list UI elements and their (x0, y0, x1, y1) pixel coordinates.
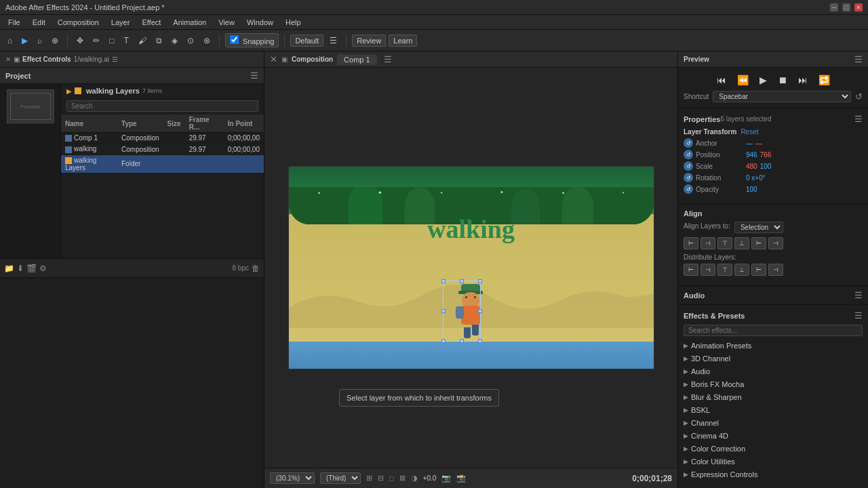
effect-group-cinema4d[interactable]: ▶ Cinema 4D (684, 430, 863, 441)
rotation-value[interactable]: 0 x+0° (746, 174, 766, 182)
effect-group-bskl[interactable]: ▶ BSKL (684, 405, 863, 415)
menu-composition[interactable]: Composition (52, 17, 104, 28)
align-bottom-btn[interactable]: ⊣ (768, 237, 783, 249)
comp-tab[interactable]: Comp 1 (337, 54, 377, 65)
dist-center-btn[interactable]: ⊣ (701, 264, 715, 276)
anchor-x-value[interactable]: — (746, 140, 753, 147)
zoom-tool[interactable]: ⊕ (48, 34, 62, 47)
stop-btn[interactable]: ⏹ (775, 73, 790, 87)
dist-top-btn[interactable]: ⊥ (734, 264, 749, 276)
align-center-h-btn[interactable]: ⊣ (701, 237, 715, 249)
scale-y-value[interactable]: 100 (760, 163, 772, 170)
align-right-btn[interactable]: ⊤ (717, 237, 732, 249)
opacity-value[interactable]: 100 (746, 186, 757, 193)
roto-tool[interactable]: ⊙ (184, 34, 197, 47)
go-to-end-btn[interactable]: ⏭ (795, 73, 810, 87)
select-tool[interactable]: ▶ (18, 34, 31, 47)
menu-animation[interactable]: Animation (167, 17, 212, 28)
scale-cycle-icon[interactable]: ↺ (684, 161, 693, 171)
menu-edit[interactable]: Edit (27, 17, 51, 28)
brush-tool[interactable]: 🖌 (135, 34, 150, 47)
project-new-folder[interactable]: 📁 (4, 264, 14, 273)
project-search-input[interactable] (66, 100, 258, 112)
view-channels-btn[interactable]: □ (389, 474, 394, 483)
anchor-y-value[interactable]: — (755, 140, 762, 147)
project-import[interactable]: ⬇ (17, 264, 24, 273)
view-select[interactable]: (Third) (320, 472, 361, 484)
effect-group-blur[interactable]: ▶ Blur & Sharpen (684, 392, 863, 403)
project-settings[interactable]: ⚙ (39, 264, 47, 273)
exposure-btn[interactable]: ◑ (411, 474, 418, 483)
dist-bottom-btn[interactable]: ⊣ (768, 264, 783, 276)
shape-tool[interactable]: □ (106, 34, 117, 47)
project-item-walking[interactable]: walking Composition29.970;00;00,00 (61, 144, 264, 155)
puppet-tool[interactable]: ⊛ (200, 34, 214, 47)
minimize-button[interactable]: ─ (830, 3, 838, 12)
anchor-cycle-icon[interactable]: ↺ (684, 138, 693, 148)
project-delete[interactable]: 🗑 (252, 264, 260, 273)
dist-right-btn[interactable]: ⊤ (717, 264, 732, 276)
close-button[interactable]: ✕ (854, 3, 863, 12)
align-left-btn[interactable]: ⊢ (684, 237, 698, 249)
menu-layer[interactable]: Layer (106, 17, 136, 28)
snapping-toggle[interactable]: Snapping (225, 33, 279, 47)
text-tool[interactable]: T (121, 34, 132, 47)
dist-mid-btn[interactable]: ⊢ (751, 264, 766, 276)
effect-group-boris[interactable]: ▶ Boris FX Mocha (684, 379, 863, 390)
rotation-cycle-icon[interactable]: ↺ (684, 173, 693, 182)
alpha-btn[interactable]: ⊠ (399, 474, 406, 483)
menu-effect[interactable]: Effect (136, 17, 166, 28)
snapping-checkbox[interactable] (230, 35, 239, 44)
properties-menu[interactable]: ☰ (854, 114, 863, 124)
eraser-tool[interactable]: ◈ (168, 34, 181, 47)
home-tool[interactable]: ⌂ (4, 34, 16, 47)
shortcut-select[interactable]: Spacebar (713, 91, 851, 102)
clone-tool[interactable]: ⧉ (153, 34, 165, 47)
dist-left-btn[interactable]: ⊢ (684, 264, 698, 276)
loop-btn[interactable]: 🔁 (816, 73, 833, 87)
position-cycle-icon[interactable]: ↺ (684, 150, 693, 159)
window-controls[interactable]: ─ □ ✕ (830, 3, 863, 12)
search-tool[interactable]: ⌕ (34, 34, 45, 47)
menu-help[interactable]: Help (280, 17, 307, 28)
effect-group-3d-channel[interactable]: ▶ 3D Channel (684, 353, 863, 364)
project-item-walking-layers[interactable]: walking Layers Folder (61, 155, 264, 173)
position-x-value[interactable]: 946 (746, 151, 757, 159)
project-menu-btn[interactable]: ☰ (250, 70, 258, 81)
effect-controls-close[interactable]: ✕ (5, 56, 11, 63)
comp-menu[interactable]: ☰ (384, 54, 392, 64)
menu-window[interactable]: Window (241, 17, 279, 28)
learn-workspace[interactable]: Learn (389, 35, 417, 47)
pen-tool[interactable]: ✏ (90, 34, 103, 47)
comp-panel-close[interactable]: ✕ (270, 54, 277, 64)
project-new-comp[interactable]: 🎬 (26, 264, 37, 273)
zoom-select[interactable]: (30.1%) (270, 472, 315, 484)
walking-layers-folder[interactable]: ▶ walking Layers 7 items (61, 84, 264, 98)
effect-group-audio[interactable]: ▶ Audio (684, 366, 863, 377)
camera-btn[interactable]: 📷 (441, 474, 451, 483)
shortcut-refresh[interactable]: ↺ (855, 92, 863, 102)
go-to-start-btn[interactable]: ⏮ (714, 73, 729, 87)
align-center-v-btn[interactable]: ⊢ (751, 237, 766, 249)
opacity-cycle-icon[interactable]: ↺ (684, 184, 693, 194)
preview-menu[interactable]: ☰ (854, 54, 863, 64)
default-workspace[interactable]: Default (290, 35, 323, 47)
menu-file[interactable]: File (3, 17, 26, 28)
align-to-select[interactable]: Selection (734, 222, 783, 233)
safe-zones-btn[interactable]: ⊞ (366, 474, 372, 483)
move-tool[interactable]: ✥ (73, 34, 87, 47)
effect-group-expression[interactable]: ▶ Expression Controls (684, 469, 863, 480)
effect-group-color-utilities[interactable]: ▶ Color Utilities (684, 456, 863, 467)
menu-view[interactable]: View (213, 17, 240, 28)
reset-button[interactable]: Reset (741, 128, 758, 136)
align-top-btn[interactable]: ⊥ (734, 237, 749, 249)
effect-controls-menu[interactable]: ☰ (112, 56, 118, 63)
effect-group-color-correction[interactable]: ▶ Color Correction (684, 443, 863, 454)
workspace-menu[interactable]: ☰ (326, 34, 340, 47)
grid-btn[interactable]: ⊟ (378, 474, 384, 483)
comp-viewer[interactable]: ✦ ✦ ✦ ✦ ✦ ✦ walking (264, 68, 677, 468)
effects-search-input[interactable] (684, 325, 863, 336)
scale-x-value[interactable]: 480 (746, 163, 757, 170)
position-y-value[interactable]: 766 (760, 151, 772, 159)
effect-group-channel[interactable]: ▶ Channel (684, 418, 863, 428)
